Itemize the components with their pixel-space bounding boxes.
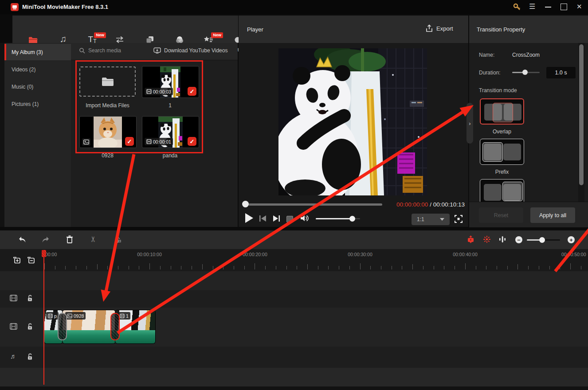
transition-marker-1[interactable] [58, 313, 67, 340]
sidebar-item-my-album[interactable]: My Album (3) [4, 44, 71, 60]
sidebar-edge [0, 43, 4, 227]
ruler-tick [107, 266, 108, 269]
scrollbar-track[interactable] [578, 43, 584, 202]
ruler-label: 00:00:30:00 [333, 252, 387, 257]
ruler-tick [497, 266, 497, 269]
timeline-track-audio[interactable] [0, 347, 588, 368]
menu-icon[interactable]: ☰ [529, 2, 535, 11]
mode-overlay-right [502, 182, 523, 201]
split-button[interactable] [114, 235, 122, 246]
next-frame-button[interactable] [273, 215, 280, 224]
media-tile-1[interactable]: 00:00:03 ✓ [142, 66, 199, 98]
apply-to-all-button[interactable]: Apply to all [530, 207, 575, 223]
duration-slider-knob[interactable] [522, 70, 528, 75]
timeline-clip-1[interactable]: 1 [115, 310, 155, 343]
download-youtube-button[interactable]: Download YouTube Videos [153, 47, 227, 54]
scrollbar-thumb[interactable] [579, 44, 584, 185]
folder-icon [101, 76, 114, 87]
scissors-icon[interactable]: ✂ [89, 236, 98, 242]
ruler-tick [86, 266, 87, 269]
import-media-tile[interactable] [79, 66, 136, 97]
stop-button[interactable] [286, 216, 293, 222]
ruler-tick [486, 266, 486, 269]
volume-button[interactable] [300, 214, 310, 224]
attach-clip-button[interactable] [466, 235, 475, 246]
zoom-out-button[interactable]: − [515, 236, 522, 243]
mode-frame-right [503, 144, 521, 160]
track3-unlock-icon[interactable] [27, 353, 33, 362]
media-topbar: Search media Download YouTube Videos [71, 43, 238, 60]
ruler-tick [97, 264, 98, 269]
film-icon [120, 314, 125, 318]
reset-button[interactable]: Reset [479, 207, 523, 223]
timeline-row-empty[interactable] [0, 271, 588, 291]
transition-mode-overlap[interactable] [480, 98, 524, 125]
ruler-tick [434, 266, 434, 269]
remove-track-button[interactable] [27, 256, 35, 266]
ruler-tick [539, 266, 539, 269]
add-track-icon [12, 256, 21, 264]
youtube-download-icon [153, 47, 161, 54]
app-window: { "titlebar": { "title": "MiniTool Movie… [0, 0, 588, 390]
sidebar-item-pictures[interactable]: Pictures (1) [4, 96, 71, 112]
maximize-icon[interactable] [561, 4, 567, 10]
ruler-tick [517, 264, 518, 269]
zoom-ratio-dropdown[interactable]: 1:1 [412, 214, 450, 225]
transition-panel-header: Transition Property [469, 16, 588, 43]
close-icon[interactable]: ✕ [576, 3, 582, 11]
fullscreen-button[interactable] [454, 214, 463, 225]
duration-value-box[interactable]: 1.0 s [546, 67, 576, 78]
search-media-field[interactable]: Search media [79, 47, 121, 54]
delete-button[interactable] [66, 235, 74, 246]
timeline-ruler[interactable] [0, 249, 588, 272]
effect-highlight-button[interactable] [483, 235, 491, 245]
timeline-bottom-area[interactable] [0, 368, 588, 387]
export-button[interactable]: Export [426, 24, 453, 33]
timeline-clip-0928[interactable]: 0928 [63, 310, 115, 343]
playhead-line[interactable] [43, 250, 44, 385]
export-label: Export [436, 25, 453, 32]
remove-track-icon [27, 256, 35, 264]
panel-collapse-handle[interactable]: › [466, 103, 473, 144]
selected-check-badge: ✓ [188, 137, 196, 146]
timeline-zoom-knob[interactable] [539, 237, 545, 243]
film-icon [146, 139, 152, 144]
minimize-icon[interactable] [545, 7, 551, 8]
license-key-icon[interactable] [513, 3, 521, 13]
media-content: Search media Download YouTube Videos Imp… [71, 43, 238, 227]
player-title: Player [247, 26, 263, 33]
redo-button[interactable] [41, 235, 50, 245]
seek-bar[interactable] [248, 203, 382, 206]
previous-frame-button[interactable] [259, 215, 267, 224]
timeline-track-video-1[interactable] [0, 290, 588, 308]
ruler-tick [570, 263, 571, 269]
seek-knob[interactable] [242, 201, 249, 207]
sidebar-item-videos[interactable]: Videos (2) [4, 61, 71, 78]
window-title: MiniTool MovieMaker Free 8.3.1 [22, 4, 108, 10]
sidebar-item-music[interactable]: Music (0) [4, 78, 71, 95]
transition-mode-prefix[interactable] [480, 139, 524, 165]
selected-check-badge: ✓ [188, 87, 196, 96]
volume-knob[interactable] [349, 216, 355, 222]
mode-overlay-center [493, 103, 513, 122]
video-preview [278, 48, 427, 195]
ruler-tick [118, 266, 118, 269]
media-thumbnail [94, 117, 122, 148]
audio-waveform-button[interactable] [498, 235, 506, 246]
track1-unlock-icon[interactable] [27, 294, 33, 304]
zoom-in-button[interactable]: + [568, 236, 575, 243]
download-youtube-label: Download YouTube Videos [164, 47, 227, 54]
media-tile-0928[interactable]: ✓ [79, 116, 137, 148]
ruler-tick [560, 266, 560, 269]
player-body: 00:00:00:00 / 00:00:10:13 1:1 [239, 43, 468, 227]
playhead-handle[interactable] [42, 250, 46, 257]
transition-marker-selected[interactable] [110, 313, 120, 340]
duration-text: 00:00:01 [153, 139, 171, 144]
volume-filled [316, 218, 353, 219]
undo-button[interactable] [18, 235, 27, 245]
film-icon [146, 89, 152, 94]
add-track-button[interactable] [12, 256, 21, 266]
track2-unlock-icon[interactable] [27, 323, 33, 332]
media-tile-panda[interactable]: 00:00:01 ✓ [142, 116, 199, 148]
play-button[interactable] [245, 213, 253, 223]
